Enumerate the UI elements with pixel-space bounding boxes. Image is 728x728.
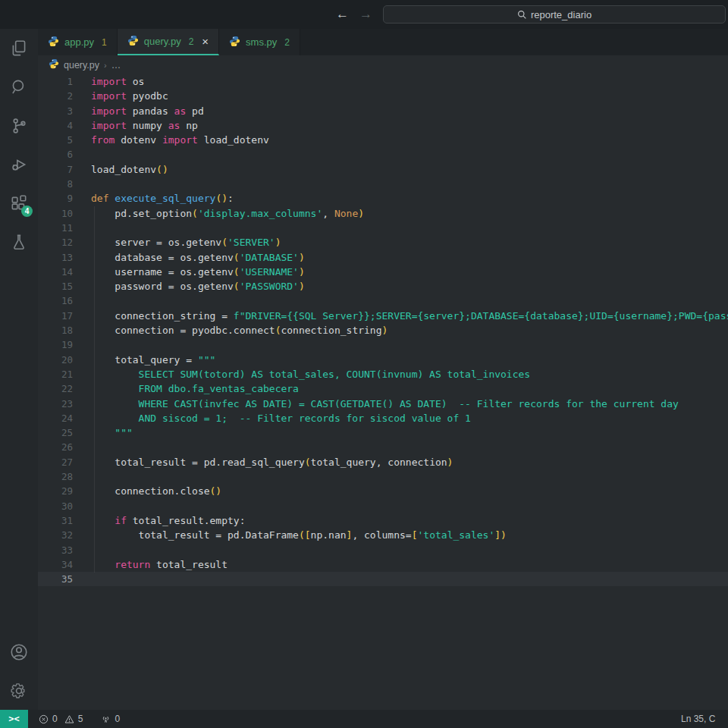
- line-content: def execute_sql_query():: [73, 191, 234, 206]
- line-content: import pyodbc: [73, 89, 168, 103]
- code-line: 14 username = os.getenv('USERNAME'): [38, 265, 728, 279]
- python-file-icon: [48, 36, 59, 49]
- line-number: 10: [38, 206, 73, 221]
- line-number: 23: [38, 397, 73, 411]
- line-content: connection.close(): [73, 484, 221, 498]
- status-bar: >< 0 5 0 Ln 35, C: [0, 710, 728, 728]
- line-content: load_dotenv(): [73, 162, 168, 177]
- code-lines: 1import os2import pyodbc3import pandas a…: [38, 74, 728, 586]
- testing-icon[interactable]: [0, 222, 38, 261]
- line-number: 3: [38, 104, 73, 118]
- code-line: 16: [38, 293, 728, 308]
- line-number: 16: [38, 293, 73, 308]
- nav-back-button[interactable]: ←: [336, 7, 349, 22]
- code-line: 30: [38, 499, 728, 513]
- code-line: 4import numpy as np: [38, 118, 728, 133]
- line-number: 6: [38, 147, 73, 162]
- line-content: return total_result: [73, 557, 228, 572]
- line-number: 9: [38, 191, 73, 206]
- line-number: 35: [38, 572, 73, 586]
- search-icon: [517, 10, 527, 20]
- chevron-right-icon: ›: [104, 61, 107, 70]
- problems-indicator[interactable]: 0 5: [33, 710, 89, 728]
- extensions-badge: 4: [21, 206, 33, 217]
- indent-guide: [94, 206, 95, 573]
- line-content: [73, 543, 91, 557]
- ports-indicator[interactable]: 0: [95, 710, 126, 728]
- tab-problem-badge: 2: [189, 36, 194, 47]
- line-number: 18: [38, 323, 73, 337]
- code-line: 29 connection.close(): [38, 484, 728, 498]
- editor-group: app.py 1 query.py 2 ×: [38, 29, 728, 710]
- remote-icon: ><: [8, 714, 19, 724]
- code-line: 9def execute_sql_query():: [38, 191, 728, 206]
- explorer-icon[interactable]: [0, 29, 38, 67]
- code-line: 28: [38, 469, 728, 484]
- line-content: from dotenv import load_dotenv: [73, 133, 269, 147]
- code-editor[interactable]: 1import os2import pyodbc3import pandas a…: [38, 74, 728, 710]
- error-icon: [39, 714, 49, 724]
- line-content: total_result = pd.read_sql_query(total_q…: [73, 455, 453, 469]
- code-line: 25 """: [38, 425, 728, 440]
- tab-close-icon[interactable]: ×: [202, 35, 209, 48]
- breadcrumb-ellipsis[interactable]: …: [111, 60, 121, 71]
- line-content: FROM dbo.fa_ventas_cabecera: [73, 381, 299, 396]
- nav-forward-button[interactable]: →: [359, 7, 372, 22]
- line-number: 13: [38, 250, 73, 265]
- tab-sms-py[interactable]: sms.py 2: [219, 29, 300, 55]
- breadcrumb-file[interactable]: query.py: [64, 60, 99, 71]
- breadcrumb[interactable]: query.py › …: [38, 55, 728, 74]
- line-content: [73, 147, 91, 162]
- tab-app-py[interactable]: app.py 1: [38, 29, 118, 55]
- code-line: 26: [38, 440, 728, 454]
- line-number: 5: [38, 133, 73, 147]
- source-control-icon[interactable]: [0, 106, 38, 145]
- warning-count: 5: [78, 714, 83, 724]
- line-number: 34: [38, 557, 73, 572]
- title-bar: ← → reporte_diario: [0, 0, 728, 29]
- code-line: 12 server = os.getenv('SERVER'): [38, 235, 728, 249]
- code-line: 27 total_result = pd.read_sql_query(tota…: [38, 455, 728, 469]
- tab-label: sms.py: [246, 36, 277, 48]
- code-line: 11: [38, 221, 728, 235]
- tab-query-py[interactable]: query.py 2 ×: [118, 29, 219, 55]
- remote-indicator[interactable]: ><: [0, 710, 28, 728]
- line-content: [73, 293, 91, 308]
- line-number: 12: [38, 235, 73, 249]
- line-content: if total_result.empty:: [73, 513, 246, 528]
- code-line: 32 total_result = pd.DataFrame([np.nan],…: [38, 528, 728, 542]
- code-line: 10 pd.set_option('display.max_columns', …: [38, 206, 728, 221]
- line-content: [73, 177, 91, 191]
- settings-gear-icon[interactable]: [0, 671, 38, 710]
- line-content: server = os.getenv('SERVER'): [73, 235, 281, 249]
- line-content: [73, 440, 91, 454]
- line-content: [73, 221, 91, 235]
- line-number: 4: [38, 118, 73, 133]
- code-line: 23 WHERE CAST(invfec AS DATE) = CAST(GET…: [38, 397, 728, 411]
- line-content: [73, 337, 91, 352]
- search-sidebar-icon[interactable]: [0, 67, 38, 106]
- line-content: total_result = pd.DataFrame([np.nan], co…: [73, 528, 507, 542]
- line-content: import os: [73, 74, 144, 89]
- line-number: 33: [38, 543, 73, 557]
- line-number: 32: [38, 528, 73, 542]
- account-icon[interactable]: [0, 632, 38, 671]
- cursor-position[interactable]: Ln 35, C: [675, 710, 728, 728]
- code-line: 6: [38, 147, 728, 162]
- extensions-icon[interactable]: 4: [0, 184, 38, 222]
- code-line: 2import pyodbc: [38, 89, 728, 103]
- line-number: 21: [38, 367, 73, 381]
- command-center-search[interactable]: reporte_diario: [383, 5, 726, 24]
- line-content: import pandas as pd: [73, 104, 204, 118]
- code-line: 19: [38, 337, 728, 352]
- run-debug-icon[interactable]: [0, 145, 38, 184]
- code-line: 18 connection = pyodbc.connect(connectio…: [38, 323, 728, 337]
- python-file-icon: [229, 36, 240, 49]
- line-content: username = os.getenv('USERNAME'): [73, 265, 305, 279]
- code-line: 7load_dotenv(): [38, 162, 728, 177]
- tab-problem-badge: 1: [102, 37, 107, 48]
- line-number: 7: [38, 162, 73, 177]
- line-content: WHERE CAST(invfec AS DATE) = CAST(GETDAT…: [73, 397, 679, 411]
- code-line: 31 if total_result.empty:: [38, 513, 728, 528]
- code-line: 22 FROM dbo.fa_ventas_cabecera: [38, 381, 728, 396]
